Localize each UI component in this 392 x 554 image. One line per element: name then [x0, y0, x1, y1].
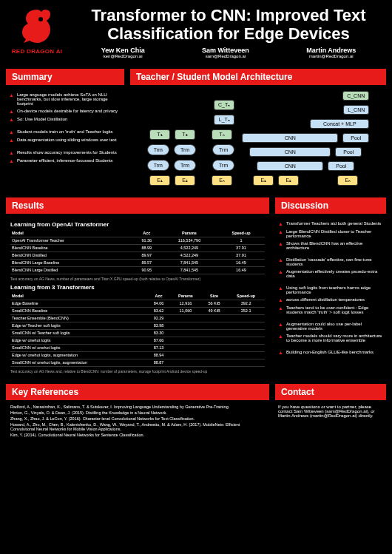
emb-box: Eₙ: [212, 175, 232, 186]
cnn-box: CNN: [257, 161, 323, 171]
bullet: Teachers tend to be over-confident : Edg…: [278, 305, 383, 314]
bullet: across different distillation temperatur…: [278, 297, 383, 303]
author: Martin Andrewsmartin@RedDragon.ai: [306, 47, 356, 58]
contact-text: If you have questions or want to partner…: [275, 400, 386, 422]
section-header: Results: [6, 197, 269, 214]
trm-box: Trm: [147, 160, 169, 171]
references-section: Key References Radford, A., Narasimhan, …: [6, 384, 269, 443]
poster-title: Transformer to CNN: Improved Text Classi…: [72, 6, 385, 44]
bullet: Building non-English GLUE-like benchmark…: [278, 350, 383, 355]
results-table-1: ModelAccParamsSpeed-upOpenAI Transformer…: [10, 230, 265, 274]
architecture-section: Teacher / Student Model Architecture E₁ …: [130, 69, 386, 192]
results-subhead: Learning from OpenAI Transformer: [10, 221, 265, 228]
table-row: Edge w/ onehot logits, augmentation88.94: [10, 351, 265, 359]
architecture-diagram: E₁ E₂ Eₙ Trm Trm Trm Trm Trm Trm T₁ T₂ T…: [130, 85, 386, 192]
table-row: OpenAI Transformer Teacher91.36116,534,7…: [10, 237, 265, 244]
logo-text: RED DRAGON AI: [12, 48, 63, 55]
bullet: Distillation 'cascade' effective, can fi…: [278, 257, 383, 266]
bullet: Shows that BlendCNN has an effective arc…: [278, 241, 383, 250]
cnn-box: CNN: [242, 133, 338, 143]
bullet: Large BlendCNN Distilled closer to Teach…: [278, 229, 383, 238]
section-header: Teacher / Student Model Architecture: [130, 69, 386, 85]
bullet: Transformer Teachers aid both general St…: [278, 221, 383, 226]
class-box: C_CNN: [342, 91, 369, 101]
bullet: Large anguage models achieve SoTA on NLU…: [9, 92, 121, 106]
reference: Kim, Y. (2014). Convolutional Neural Net…: [10, 433, 265, 437]
emb-box: E₂: [278, 175, 299, 186]
pool-box: Pool: [335, 147, 362, 157]
cnn-box: CNN: [249, 147, 331, 157]
trm-box: Trm: [212, 160, 234, 171]
trm-box: Trm: [174, 160, 196, 171]
table-row: SmallCNN w/ onehot logits87.13: [10, 344, 265, 351]
results-subhead: Learning from 3 Transformers: [10, 284, 265, 291]
bullet: Using soft logits from teachers harms ed…: [278, 286, 383, 294]
table-caption: Test accuracy on AG News and, relative t…: [10, 369, 265, 374]
trm-box: Trm: [212, 144, 234, 155]
bullet: Teacher models should vary more in archi…: [278, 334, 383, 342]
dragon-icon: [15, 6, 59, 47]
emb-box: Eₙ: [337, 175, 358, 186]
out-box: T₁: [149, 129, 170, 140]
emb-box: E₂: [175, 175, 195, 186]
author: Sam Witteveensam@RedDragon.ai: [202, 47, 249, 58]
class-box: C_Tₙ: [214, 100, 234, 110]
authors: Yew Ken Chiaken@RedDragon.ai Sam Witteve…: [72, 47, 385, 58]
table-row: BlendCNN Large Distilled90.957,841,54516…: [10, 266, 265, 274]
table-row: Teacher Ensemble (BlendCNN)92.29: [10, 314, 265, 322]
table-row: Edge Baseline84.0612,91656 KiB392.2: [10, 300, 265, 307]
discussion-section: Discussion Transformer Teachers aid both…: [275, 197, 386, 378]
pool-box: Pool: [342, 133, 369, 143]
out-box: T₂: [175, 129, 195, 140]
results-table-2: ModelAccParamsSizeSpeed-upEdge Baseline8…: [10, 293, 265, 367]
bullet: So: Use Model Distillation: [9, 117, 121, 122]
table-row: BlendCNN Large Baseline89.577,841,54516.…: [10, 259, 265, 266]
pool-box: Pool: [328, 161, 354, 171]
bullet: On-device models desirable for latency a…: [9, 109, 121, 114]
table-row: BlendCNN Baseline88.994,522,24937.91: [10, 244, 265, 251]
emb-box: E₁: [253, 175, 274, 186]
bullet: Student models train on 'truth' and Teac…: [9, 129, 121, 135]
section-header: Contact: [275, 384, 386, 400]
reference: Radford, A., Narasimhan, K., Salimans, T…: [10, 405, 265, 409]
section-header: Summary: [6, 69, 124, 85]
loss-box: L_Tₙ: [214, 115, 234, 125]
results-section: Results Learning from OpenAI Transformer…: [6, 197, 269, 378]
reference: Howard, A., Zhu, M., Chen, B., Kaleniche…: [10, 422, 265, 431]
emb-box: E₁: [149, 175, 170, 186]
trm-box: Trm: [147, 144, 169, 155]
table-row: Edge w/ onehot logits87.66: [10, 337, 265, 344]
logo: RED DRAGON AI: [7, 6, 67, 58]
reference: Hinton, G., Vinyals, O. & Dean, J. (2015…: [10, 411, 265, 415]
student-model: E₁ E₂ Eₙ CNNPool CNNPool CNNPool Concat …: [242, 91, 369, 186]
bullet: Augmentation could also use per-label ge…: [278, 322, 383, 331]
reference: Zhang, X., Zhao, J. & LeCun, Y. (2016). …: [10, 416, 265, 421]
table-row: Edge w/ Teacher soft logits83.98: [10, 322, 265, 329]
loss-box: L_CNN: [343, 105, 369, 115]
section-header: Discussion: [275, 197, 386, 214]
teacher-model: E₁ E₂ Eₙ Trm Trm Trm Trm Trm Trm T₁ T₂ T…: [147, 91, 235, 186]
bullet: Data augmentation using sliding windows …: [9, 138, 121, 143]
concat-box: Concat + MLP: [310, 119, 369, 129]
bullet: Parameter efficient, inference-focussed …: [9, 158, 121, 163]
table-row: SmallCNN w/ Teacher soft logits83.30: [10, 329, 265, 337]
out-box: Tₙ: [212, 129, 232, 140]
header: RED DRAGON AI Transformer to CNN: Improv…: [0, 0, 392, 63]
author: Yew Ken Chiaken@RedDragon.ai: [101, 47, 145, 58]
contact-section: Contact If you have questions or want to…: [275, 384, 386, 443]
header-main: Transformer to CNN: Improved Text Classi…: [72, 6, 385, 58]
trm-box: Trm: [174, 144, 196, 155]
table-row: SmallCNN w/ onehot logits, augmentation8…: [10, 359, 265, 366]
section-header: Key References: [6, 384, 269, 400]
bullet: Augmentation effectively creates psuedo-…: [278, 269, 383, 278]
table-caption: Test accuracy on AG News, number of para…: [10, 277, 265, 281]
table-row: BlendCNN Distilled89.974,522,24937.91: [10, 251, 265, 259]
summary-section: Summary Large anguage models achieve SoT…: [6, 69, 124, 192]
bullet: Results show accuracy improvements for S…: [9, 150, 121, 155]
table-row: SmallCNN Baseline83.6211,06049 KiB252.1: [10, 307, 265, 314]
